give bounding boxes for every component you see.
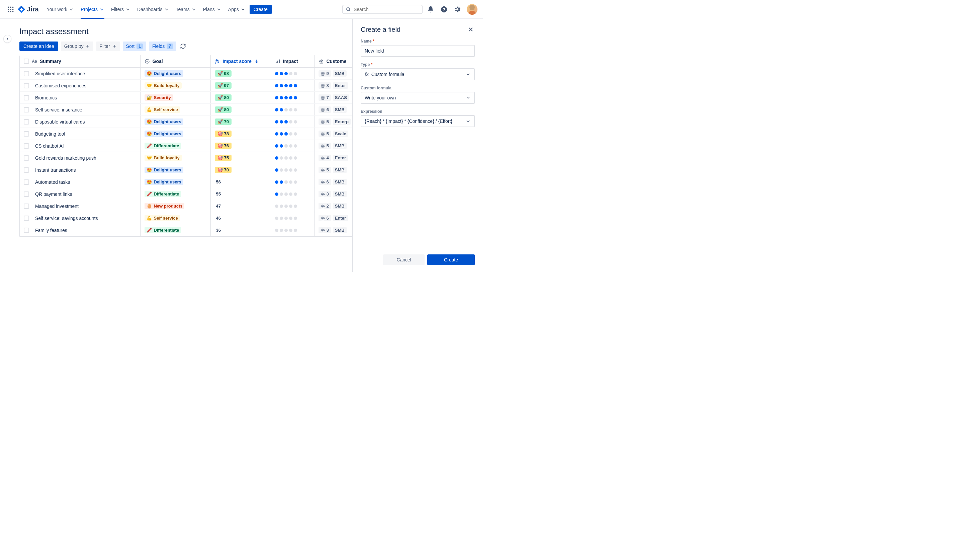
help-button[interactable]: ?	[439, 4, 449, 15]
formula-preset-select[interactable]: Write your own	[361, 92, 475, 104]
svg-rect-5	[13, 9, 13, 10]
gear-icon	[454, 6, 461, 13]
svg-rect-1	[10, 6, 11, 7]
goal-tag[interactable]: 🥚New products	[145, 203, 185, 209]
impact-rating[interactable]	[275, 193, 310, 196]
row-checkbox[interactable]	[24, 131, 29, 137]
summary-text: Customised experiences	[35, 83, 86, 88]
summary-text: Automated tasks	[35, 179, 70, 185]
row-checkbox[interactable]	[24, 215, 29, 221]
bell-icon	[427, 6, 434, 13]
summary-text: Family features	[35, 228, 67, 233]
row-checkbox[interactable]	[24, 155, 29, 161]
nav-item-plans[interactable]: Plans	[200, 0, 224, 19]
sidebar-expand-button[interactable]	[3, 35, 11, 43]
field-name-input[interactable]	[361, 45, 475, 57]
goal-label: New products	[154, 204, 183, 209]
fields-button[interactable]: Fields 7	[149, 41, 176, 51]
impact-rating[interactable]	[275, 180, 310, 184]
expression-select[interactable]: {Reach} * {Impact} * {Confidence} / {Eff…	[361, 115, 475, 127]
sync-button[interactable]	[179, 42, 187, 50]
nav-item-filters[interactable]: Filters	[108, 0, 133, 19]
goal-label: Self service	[154, 215, 178, 220]
impact-rating[interactable]	[275, 96, 310, 99]
goal-label: Build loyalty	[154, 155, 180, 160]
goal-tag[interactable]: 😍Delight users	[145, 179, 183, 185]
summary-text: Managed investment	[35, 204, 79, 209]
group-by-label: Group by	[64, 43, 84, 49]
search-input[interactable]	[354, 7, 419, 12]
column-header-summary[interactable]: Aa Summary	[20, 55, 140, 68]
close-panel-button[interactable]	[467, 26, 475, 34]
goal-tag[interactable]: 😍Delight users	[145, 131, 183, 137]
goal-tag[interactable]: 🤝Build loyalty	[145, 82, 182, 89]
create-field-panel: Create a field Name * Type * fx Custom f…	[352, 19, 483, 272]
goal-label: Self service	[154, 107, 178, 112]
nav-item-projects[interactable]: Projects	[78, 0, 107, 19]
nav-item-dashboards[interactable]: Dashboards	[135, 0, 172, 19]
select-all-checkbox[interactable]	[24, 59, 29, 64]
impact-rating[interactable]	[275, 84, 310, 88]
goal-tag[interactable]: 💪Self service	[145, 107, 180, 113]
impact-rating[interactable]	[275, 72, 310, 75]
goal-tag[interactable]: 😍Delight users	[145, 118, 183, 125]
nav-item-apps[interactable]: Apps	[226, 0, 248, 19]
column-header-impact-score[interactable]: fx Impact score	[210, 55, 271, 68]
row-checkbox[interactable]	[24, 119, 29, 124]
group-by-button[interactable]: Group by	[61, 41, 94, 51]
row-checkbox[interactable]	[24, 71, 29, 76]
cancel-button[interactable]: Cancel	[383, 254, 425, 265]
app-switcher-button[interactable]	[5, 4, 16, 15]
svg-text:?: ?	[443, 7, 445, 12]
goal-tag[interactable]: 🖍️Differentiate	[145, 227, 181, 233]
goal-tag[interactable]: 💪Self service	[145, 215, 180, 221]
impact-rating[interactable]	[275, 204, 310, 208]
row-checkbox[interactable]	[24, 179, 29, 185]
goal-tag[interactable]: 🤝Build loyalty	[145, 155, 182, 161]
row-checkbox[interactable]	[24, 143, 29, 148]
row-checkbox[interactable]	[24, 83, 29, 88]
nav-item-teams[interactable]: Teams	[173, 0, 199, 19]
jira-logo[interactable]: Jira	[18, 5, 39, 13]
row-checkbox[interactable]	[24, 95, 29, 101]
impact-rating[interactable]	[275, 168, 310, 172]
goal-tag[interactable]: 🔐Security	[145, 94, 173, 101]
notifications-button[interactable]	[425, 4, 436, 15]
goal-tag[interactable]: 😍Delight users	[145, 70, 183, 77]
row-checkbox[interactable]	[24, 191, 29, 197]
weight-pill: 6	[318, 215, 331, 221]
impact-rating[interactable]	[275, 156, 310, 160]
create-idea-button[interactable]: Create an idea	[19, 41, 58, 51]
field-type-select[interactable]: fx Custom formula	[361, 68, 475, 80]
search-box[interactable]	[342, 5, 423, 14]
create-field-button[interactable]: Create	[427, 254, 475, 265]
goal-tag[interactable]: 🖍️Differentiate	[145, 143, 181, 149]
row-checkbox[interactable]	[24, 228, 29, 233]
jira-logo-icon	[18, 5, 25, 13]
row-checkbox[interactable]	[24, 204, 29, 209]
impact-rating[interactable]	[275, 144, 310, 148]
filter-button[interactable]: Filter	[96, 41, 120, 51]
impact-rating[interactable]	[275, 229, 310, 232]
settings-button[interactable]	[452, 4, 463, 15]
impact-rating[interactable]	[275, 108, 310, 112]
impact-rating[interactable]	[275, 132, 310, 136]
row-checkbox[interactable]	[24, 107, 29, 112]
scales-icon	[318, 59, 324, 64]
column-header-impact[interactable]: Impact	[271, 55, 314, 68]
sort-button[interactable]: Sort 1	[123, 41, 146, 51]
impact-rating[interactable]	[275, 120, 310, 123]
impact-rating[interactable]	[275, 217, 310, 220]
nav-item-your-work[interactable]: Your work	[44, 0, 77, 19]
column-header-goal[interactable]: Goal	[140, 55, 210, 68]
weight-pill: 7	[318, 94, 331, 101]
panel-title: Create a field	[361, 26, 401, 34]
user-avatar[interactable]	[467, 4, 477, 15]
segment-pill: SAAS	[333, 94, 349, 101]
goal-tag[interactable]: 🖍️Differentiate	[145, 191, 181, 197]
chevron-down-icon	[191, 7, 196, 12]
row-checkbox[interactable]	[24, 168, 29, 173]
goal-tag[interactable]: 😍Delight users	[145, 167, 183, 173]
create-button[interactable]: Create	[250, 5, 272, 14]
goal-emoji: 🤝	[146, 155, 152, 160]
